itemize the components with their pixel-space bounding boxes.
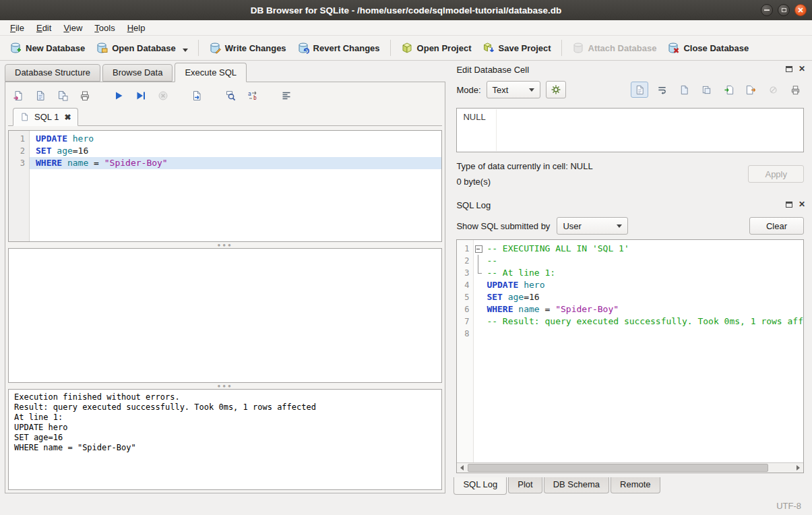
menu-tools[interactable]: Tools — [88, 21, 121, 35]
edit-cell-title: Edit Database Cell — [456, 65, 529, 75]
fold-collapse-icon[interactable] — [474, 243, 484, 255]
cell-size-info: 0 byte(s) — [456, 177, 748, 187]
import-icon[interactable] — [720, 82, 737, 98]
horizontal-scrollbar[interactable] — [457, 462, 803, 473]
log-line: -- At line 1: — [484, 267, 803, 279]
document-icon[interactable] — [631, 82, 648, 98]
export-icon[interactable] — [742, 82, 759, 98]
save-sql-file-as-icon[interactable] — [54, 88, 71, 104]
tab-sql-log[interactable]: SQL Log — [454, 477, 507, 495]
close-button[interactable]: ✕ — [794, 4, 807, 16]
mode-value: Text — [493, 85, 509, 95]
menu-file[interactable]: File — [4, 21, 30, 35]
minimize-button[interactable] — [761, 4, 773, 16]
sql-log-dock-title: SQL Log ✕ — [451, 198, 809, 212]
dock-close-icon[interactable]: ✕ — [799, 200, 805, 208]
cell-type-info: Type of data currently in cell: NULL — [456, 161, 748, 171]
auto-switch-mode-button[interactable] — [546, 81, 566, 98]
line-number: 8 — [457, 328, 473, 340]
write-changes-button[interactable]: Write Changes — [204, 39, 292, 57]
sql-tab-1[interactable]: SQL 1 ✖ — [13, 108, 78, 126]
sql-log-title: SQL Log — [456, 200, 491, 210]
save-sql-file-icon[interactable] — [32, 88, 49, 104]
fold-guide-end — [474, 267, 484, 279]
mode-combobox[interactable]: Text — [487, 81, 540, 98]
editor-gutter: 1 2 3 — [9, 131, 30, 241]
dock-float-icon[interactable] — [786, 66, 792, 72]
save-project-button[interactable]: Save Project — [477, 39, 557, 57]
tab-plot[interactable]: Plot — [508, 477, 542, 493]
execution-status-log[interactable]: Execution finished without errors. Resul… — [8, 389, 442, 490]
cell-info-row: Type of data currently in cell: NULL 0 b… — [456, 161, 804, 187]
new-database-button[interactable]: New Database — [4, 39, 90, 57]
maximize-button[interactable] — [778, 4, 790, 16]
attach-database-label: Attach Database — [588, 43, 657, 53]
sql-string: "Spider-Boy" — [104, 158, 168, 168]
submitter-combobox[interactable]: User — [557, 217, 628, 235]
sql-keyword: WHERE — [487, 304, 513, 314]
export-results-icon[interactable] — [188, 88, 206, 104]
encoding-indicator[interactable]: UTF-8 — [776, 501, 801, 511]
gear-icon — [551, 84, 561, 95]
sql-string: "Spider-Boy" — [555, 304, 619, 314]
open-project-label: Open Project — [417, 43, 472, 53]
execute-current-line-icon[interactable] — [132, 88, 150, 104]
dock-close-icon[interactable]: ✕ — [799, 65, 805, 73]
word-wrap-icon[interactable] — [653, 82, 670, 98]
scroll-left-icon[interactable] — [457, 463, 467, 473]
open-database-dropdown-icon[interactable] — [183, 49, 188, 52]
print-icon[interactable] — [76, 88, 94, 104]
tab-browse-data[interactable]: Browse Data — [102, 64, 173, 82]
open-file-icon[interactable] — [675, 82, 693, 98]
log-line: WHERE name = "Spider-Boy" — [484, 303, 803, 315]
results-grid[interactable] — [8, 248, 442, 383]
splitter-handle[interactable]: ●●● — [8, 383, 442, 389]
save-project-label: Save Project — [499, 43, 551, 53]
revert-changes-button[interactable]: Revert Changes — [292, 39, 385, 57]
scroll-right-icon[interactable] — [793, 463, 803, 473]
write-changes-label: Write Changes — [225, 43, 286, 53]
menu-help[interactable]: Help — [121, 21, 152, 35]
dock-buttons: ✕ — [786, 65, 805, 73]
open-database-label: Open Database — [112, 43, 176, 53]
cell-value-editor[interactable]: NULL — [456, 108, 804, 152]
sql-log-view[interactable]: 1 2 3 4 5 6 7 8 — [456, 239, 804, 473]
tab-database-structure[interactable]: Database Structure — [5, 64, 100, 82]
sql-text — [503, 292, 508, 302]
filter-label: Show SQL submitted by — [456, 221, 550, 231]
print-cell-icon[interactable] — [786, 82, 804, 98]
clear-button[interactable]: Clear — [749, 217, 804, 235]
menu-edit[interactable]: Edit — [30, 21, 57, 35]
sql-keyword: UPDATE — [487, 280, 518, 290]
open-project-button[interactable]: Open Project — [396, 39, 477, 57]
log-line: UPDATE hero — [484, 279, 803, 291]
menu-view[interactable]: View — [57, 21, 88, 35]
status-line: UPDATE hero — [14, 423, 436, 433]
revert-changes-label: Revert Changes — [313, 43, 380, 53]
sql-text: = — [88, 158, 104, 168]
open-sql-file-icon[interactable] — [9, 88, 27, 104]
dock-float-icon[interactable] — [786, 202, 792, 208]
execute-all-icon[interactable] — [110, 88, 127, 104]
scrollbar-thumb[interactable] — [468, 464, 768, 472]
format-sql-icon[interactable] — [278, 88, 295, 104]
copy-icon[interactable] — [697, 82, 715, 98]
status-line: Execution finished without errors. — [14, 392, 436, 402]
log-line: SET age=16 — [484, 291, 803, 303]
tab-db-schema[interactable]: DB Schema — [544, 477, 609, 493]
main-content: Database Structure Browse Data Execute S… — [0, 61, 812, 496]
find-icon[interactable] — [222, 88, 239, 104]
replace-icon[interactable]: ab — [244, 88, 261, 104]
line-number: 1 — [9, 133, 29, 145]
splitter-handle[interactable]: ●●● — [8, 242, 442, 248]
editor-code-area[interactable]: UPDATE hero SET age=16 WHERE name = "Spi… — [30, 131, 441, 241]
tab-execute-sql[interactable]: Execute SQL — [175, 63, 247, 82]
new-database-icon — [9, 42, 22, 54]
tab-remote[interactable]: Remote — [611, 477, 660, 493]
maximize-icon — [782, 8, 786, 12]
sql-tab-close-icon[interactable]: ✖ — [64, 113, 71, 122]
set-null-icon — [764, 82, 782, 98]
close-database-button[interactable]: Close Database — [662, 39, 754, 57]
sql-editor[interactable]: 1 2 3 UPDATE hero SET age=16 WHERE name … — [8, 130, 442, 242]
open-database-button[interactable]: Open Database — [90, 39, 193, 57]
